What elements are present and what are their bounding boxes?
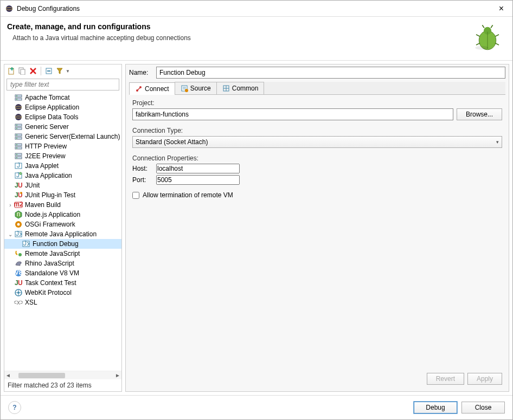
svg-rect-33 — [15, 147, 22, 149]
js-icon — [14, 249, 23, 258]
tree-item[interactable]: Remote JavaScript — [4, 249, 121, 259]
svg-text:J: J — [16, 171, 20, 179]
node-icon: n — [14, 210, 23, 219]
tree-item[interactable]: JJava Application — [4, 171, 121, 180]
tab-source[interactable]: Source — [175, 82, 217, 94]
xsl-icon: <x> — [14, 298, 23, 307]
revert-button[interactable]: Revert — [427, 373, 464, 385]
remote-java-icon: J — [22, 240, 30, 248]
tree-item[interactable]: Generic Server(External Launch) — [4, 132, 121, 141]
port-input[interactable] — [156, 175, 240, 185]
close-icon[interactable]: × — [495, 3, 508, 15]
horizontal-scrollbar[interactable]: ◄► — [4, 371, 121, 379]
junit-icon: JU — [14, 279, 23, 287]
new-config-button[interactable] — [7, 66, 16, 76]
debug-button[interactable]: Debug — [414, 402, 457, 413]
tree-item-label: Node.js Application — [25, 211, 80, 218]
tree-item[interactable]: Apache Tomcat — [4, 93, 121, 102]
svg-text:J: J — [17, 161, 20, 169]
svg-text:U: U — [18, 182, 23, 189]
tab-label: Source — [190, 85, 211, 92]
allow-terminate-checkbox[interactable] — [132, 192, 139, 199]
svg-point-0 — [6, 5, 12, 12]
svg-rect-17 — [15, 98, 22, 100]
dropdown-arrow-icon[interactable]: ▼ — [66, 69, 70, 74]
page-title: Create, manage, and run configurations — [7, 22, 472, 31]
applet-icon: J — [14, 161, 23, 170]
tree-item[interactable]: Eclipse Application — [4, 102, 121, 112]
common-tab-icon — [222, 85, 230, 92]
tree-item[interactable]: ›m2Maven Build — [4, 200, 121, 210]
svg-point-34 — [16, 144, 17, 145]
svg-rect-9 — [10, 68, 14, 69]
tree-item[interactable]: JUJUnit — [4, 180, 121, 190]
tree-item[interactable]: nNode.js Application — [4, 210, 121, 219]
tree-item-label: JUnit — [25, 182, 40, 189]
svg-point-76 — [185, 89, 188, 92]
tree-item[interactable]: Eclipse Data Tools — [4, 112, 121, 122]
tree-item[interactable]: Generic Server — [4, 122, 121, 132]
svg-rect-16 — [15, 95, 22, 97]
help-button[interactable]: ? — [8, 401, 21, 414]
filter-button[interactable] — [55, 66, 65, 76]
v8-icon: V8 — [14, 269, 23, 277]
svg-rect-36 — [15, 153, 22, 156]
tab-connect[interactable]: Connect — [129, 82, 175, 95]
tree-item[interactable]: ⌄JRemote Java Application — [4, 229, 121, 239]
apply-button[interactable]: Apply — [467, 373, 502, 385]
delete-config-button[interactable] — [28, 66, 38, 76]
svg-rect-28 — [15, 134, 22, 136]
source-tab-icon — [181, 85, 188, 92]
remote-java-icon: J — [14, 230, 23, 238]
tree-item[interactable]: JUJUnit Plug-in Test — [4, 190, 121, 200]
close-button[interactable]: Close — [461, 402, 505, 413]
eclipse-icon — [14, 103, 23, 112]
tab-common[interactable]: Common — [216, 82, 265, 94]
duplicate-config-button[interactable] — [17, 66, 27, 76]
expander-icon[interactable]: › — [7, 202, 14, 208]
project-input[interactable] — [132, 108, 453, 120]
junit-plugin-icon: JU — [14, 191, 23, 199]
tree-item-label: WebKit Protocol — [25, 289, 72, 296]
server-icon — [14, 132, 23, 141]
tab-label: Common — [232, 85, 259, 92]
svg-rect-25 — [15, 127, 22, 130]
connection-type-value: Standard (Socket Attach) — [136, 138, 208, 146]
host-input[interactable] — [156, 164, 240, 173]
junit-icon: JU — [14, 181, 23, 190]
tree-item[interactable]: Rhino JavaScript — [4, 259, 121, 268]
filter-input[interactable] — [7, 79, 119, 91]
svg-point-49 — [20, 192, 22, 194]
tree-item[interactable]: OSGi Framework — [4, 219, 121, 229]
tree-item[interactable]: J2EE Preview — [4, 151, 121, 161]
name-input[interactable] — [156, 67, 505, 79]
tree-item-label: Generic Server — [25, 123, 69, 131]
svg-point-55 — [17, 223, 20, 226]
collapse-all-button[interactable] — [44, 66, 54, 76]
tree-item[interactable]: V8Standalone V8 VM — [4, 268, 121, 278]
tree-item-label: J2EE Preview — [25, 152, 66, 160]
browse-button[interactable]: Browse... — [457, 108, 502, 120]
tree-item[interactable]: WebKit Protocol — [4, 288, 121, 298]
expander-icon[interactable]: ⌄ — [7, 231, 14, 237]
tree-item[interactable]: HTTP Preview — [4, 141, 121, 151]
svg-line-72 — [138, 88, 140, 90]
connection-type-select[interactable]: Standard (Socket Attach) ▾ — [132, 136, 502, 148]
left-toolbar: ▼ — [4, 64, 121, 77]
svg-text:n: n — [17, 210, 21, 218]
tree-item[interactable]: JJava Applet — [4, 161, 121, 171]
connection-type-label: Connection Type: — [132, 127, 502, 134]
tree-item[interactable]: JUTask Context Test — [4, 278, 121, 288]
tree-item[interactable]: JFunction Debug — [4, 239, 121, 249]
svg-point-38 — [16, 154, 17, 155]
window-title: Debug Configurations — [17, 5, 495, 12]
webkit-icon — [14, 288, 23, 297]
tree-item[interactable]: <x>XSL — [4, 298, 121, 307]
host-label: Host: — [132, 165, 153, 172]
config-tree[interactable]: Apache TomcatEclipse ApplicationEclipse … — [4, 92, 121, 371]
rhino-icon — [14, 259, 23, 268]
toolbar-separator — [41, 67, 41, 75]
tree-item-label: OSGi Framework — [25, 221, 75, 228]
footer: ? Debug Close — [1, 395, 512, 419]
svg-text:J: J — [23, 240, 27, 247]
